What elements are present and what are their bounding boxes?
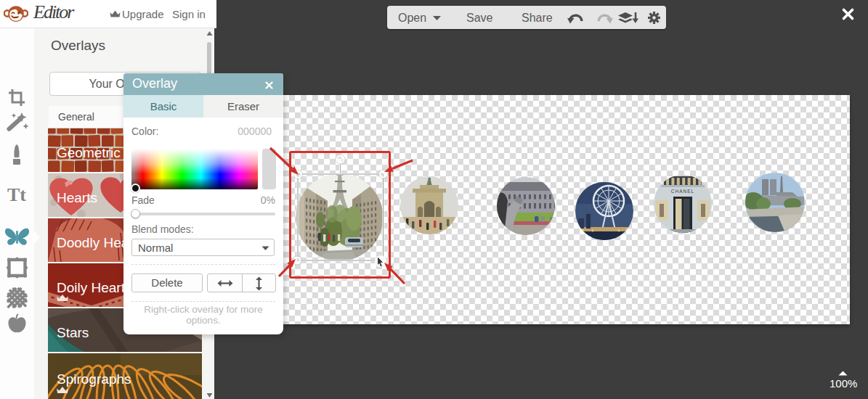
svg-text:Tt: Tt — [7, 184, 26, 205]
